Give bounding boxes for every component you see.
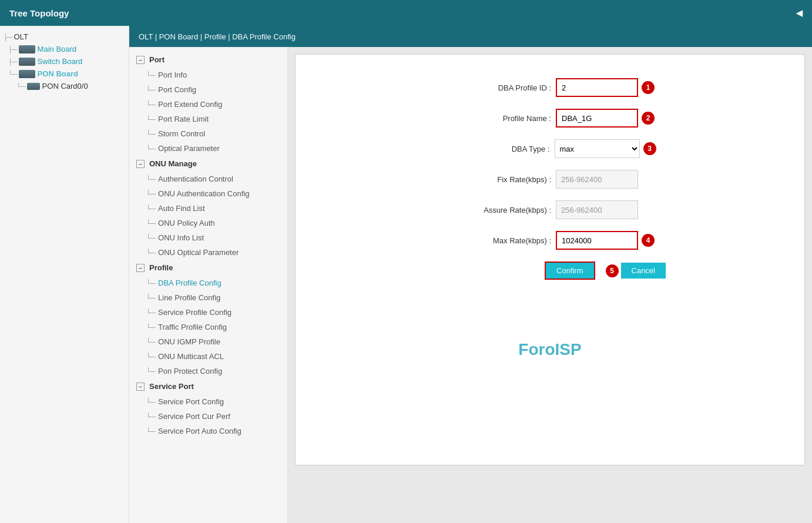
content-area: OLT | PON Board | Profile | DBA Profile … xyxy=(129,26,812,523)
menu-label: Authentication Control xyxy=(158,175,233,183)
menu-section-port[interactable]: – Port xyxy=(129,52,287,68)
menu-label: ONU Info List xyxy=(158,233,204,242)
menu-item-onu-optical-param[interactable]: └─ ONU Optical Parameter xyxy=(129,245,287,260)
menu-item-dba-profile-config[interactable]: └─ DBA Profile Config xyxy=(129,276,287,290)
menu-label: DBA Profile Config xyxy=(158,279,222,287)
watermark-prefix: Foro xyxy=(518,340,555,358)
main-board-label: Main Board xyxy=(38,45,76,53)
menu-item-port-info[interactable]: └─ Port Info xyxy=(129,68,287,82)
connector: ├─ xyxy=(8,46,18,53)
breadcrumb: OLT | PON Board | Profile | DBA Profile … xyxy=(129,26,812,47)
board-icon xyxy=(19,58,35,66)
menu-item-service-profile-config[interactable]: └─ Service Profile Config xyxy=(129,305,287,320)
menu-item-port-config[interactable]: └─ Port Config xyxy=(129,82,287,97)
input-assure-rate xyxy=(556,200,638,219)
menu-label: Port Extend Config xyxy=(158,100,222,109)
menu-label: Pon Protect Config xyxy=(158,367,222,376)
watermark-highlight: I xyxy=(555,340,560,358)
menu-item-service-port-cur-perf[interactable]: └─ Service Port Cur Perf xyxy=(129,409,287,424)
tree-node-pon-card[interactable]: └─ PON Card0/0 xyxy=(0,80,129,92)
menu-item-auth-control[interactable]: └─ Authentication Control xyxy=(129,172,287,186)
menu-section-profile[interactable]: – Profile xyxy=(129,260,287,276)
menu-label: Line Profile Config xyxy=(158,293,220,302)
breadcrumb-text: OLT | PON Board | Profile | DBA Profile … xyxy=(139,32,296,41)
menu-item-onu-igmp-profile[interactable]: └─ ONU IGMP Profile xyxy=(129,334,287,349)
menu-label: Port Config xyxy=(158,85,196,94)
select-dba-type[interactable]: max fix assure max+fix max+assure xyxy=(555,139,640,158)
label-dba-type: DBA Type : xyxy=(444,145,550,153)
menu-label: Service Port Config xyxy=(158,397,224,406)
menu-item-port-rate-limit[interactable]: └─ Port Rate Limit xyxy=(129,112,287,126)
badge-4: 4 xyxy=(642,234,655,247)
label-assure-rate: Assure Rate(kbps) : xyxy=(445,206,551,214)
label-fix-rate: Fix Rate(kbps) : xyxy=(445,175,551,184)
menu-item-storm-control[interactable]: └─ Storm Control xyxy=(129,126,287,141)
badge-3: 3 xyxy=(643,142,656,155)
switch-board-label: Switch Board xyxy=(38,57,83,66)
menu-item-traffic-profile-config[interactable]: └─ Traffic Profile Config xyxy=(129,320,287,334)
tree-node-olt[interactable]: ├─ OLT xyxy=(0,31,129,43)
menu-item-pon-protect-config[interactable]: └─ Pon Protect Config xyxy=(129,364,287,378)
tree-node-switch-board[interactable]: ├─ Switch Board xyxy=(0,55,129,68)
pon-board-label: PON Board xyxy=(38,69,78,78)
form-row-max-rate: Max Rate(kbps) : 4 xyxy=(307,231,793,250)
form-row-buttons: Confirm 5 Cancel xyxy=(307,262,793,280)
menu-item-service-port-auto-config[interactable]: └─ Service Port Auto Config xyxy=(129,424,287,438)
menu-label: ONU Authentication Config xyxy=(158,189,249,198)
menu-section-onu-manage[interactable]: – ONU Manage xyxy=(129,156,287,172)
pon-card-label: PON Card0/0 xyxy=(42,82,88,90)
tree-node-pon-board[interactable]: └─ PON Board xyxy=(0,68,129,80)
tree-topology: ├─ OLT ├─ Main Board ├─ Switch Board └─ … xyxy=(0,26,129,97)
confirm-button[interactable]: Confirm xyxy=(545,262,595,280)
toggle-icon: – xyxy=(136,160,145,168)
menu-label: Port Info xyxy=(158,71,187,79)
form-row-profile-name: Profile Name : 2 xyxy=(307,109,793,128)
form-row-dba-profile-id: DBA Profile ID : 1 xyxy=(307,78,793,97)
app-header: Tree Topology ◀ xyxy=(0,0,812,26)
tree-node-main-board[interactable]: ├─ Main Board xyxy=(0,43,129,55)
board-icon xyxy=(19,70,35,78)
content-body: – Port └─ Port Info └─ Port Config └─ Po… xyxy=(129,47,812,523)
menu-item-onu-info-list[interactable]: └─ ONU Info List xyxy=(129,230,287,245)
menu-item-service-port-config[interactable]: └─ Service Port Config xyxy=(129,394,287,409)
menu-label: Service Port Cur Perf xyxy=(158,412,230,421)
cancel-button[interactable]: Cancel xyxy=(621,263,666,279)
label-max-rate: Max Rate(kbps) : xyxy=(445,236,551,245)
input-max-rate[interactable] xyxy=(556,231,638,250)
menu-item-onu-auth-config[interactable]: └─ ONU Authentication Config xyxy=(129,186,287,201)
board-icon xyxy=(19,45,35,53)
menu-item-auto-find-list[interactable]: └─ Auto Find List xyxy=(129,201,287,216)
menu-item-optical-parameter[interactable]: └─ Optical Parameter xyxy=(129,141,287,156)
input-profile-name[interactable] xyxy=(556,109,638,128)
left-menu: – Port └─ Port Info └─ Port Config └─ Po… xyxy=(129,47,288,523)
input-fix-rate xyxy=(556,170,638,189)
input-dba-profile-id[interactable] xyxy=(556,78,638,97)
form-row-dba-type: DBA Type : max fix assure max+fix max+as… xyxy=(307,139,793,158)
collapse-icon[interactable]: ◀ xyxy=(796,8,803,18)
menu-label: Port Rate Limit xyxy=(158,115,209,123)
connector: └─ xyxy=(16,83,26,90)
sidebar: ├─ OLT ├─ Main Board ├─ Switch Board └─ … xyxy=(0,26,129,523)
menu-label: Auto Find List xyxy=(158,204,205,213)
connector: ├─ xyxy=(8,58,18,65)
menu-section-service-port[interactable]: – Service Port xyxy=(129,378,287,394)
menu-label: ONU IGMP Profile xyxy=(158,337,220,346)
olt-label: OLT xyxy=(14,32,28,41)
menu-label: ONU Multicast ACL xyxy=(158,352,224,361)
form-panel: DBA Profile ID : 1 Profile Name : 2 DBA … xyxy=(295,54,805,465)
menu-item-onu-multicast-acl[interactable]: └─ ONU Multicast ACL xyxy=(129,349,287,364)
menu-label: Service Profile Config xyxy=(158,308,231,317)
menu-label: Traffic Profile Config xyxy=(158,323,227,331)
menu-item-line-profile-config[interactable]: └─ Line Profile Config xyxy=(129,290,287,305)
menu-label: ONU Optical Parameter xyxy=(158,248,239,257)
toggle-icon: – xyxy=(136,56,145,64)
menu-item-onu-policy-auth[interactable]: └─ ONU Policy Auth xyxy=(129,216,287,230)
menu-item-port-extend-config[interactable]: └─ Port Extend Config xyxy=(129,97,287,112)
badge-2: 2 xyxy=(642,112,655,125)
form-row-fix-rate: Fix Rate(kbps) : xyxy=(307,170,793,189)
section-label: Profile xyxy=(149,263,173,272)
badge-5: 5 xyxy=(606,264,619,277)
menu-label: Optical Parameter xyxy=(158,144,220,153)
form-row-assure-rate: Assure Rate(kbps) : xyxy=(307,200,793,219)
menu-label: Service Port Auto Config xyxy=(158,427,241,435)
